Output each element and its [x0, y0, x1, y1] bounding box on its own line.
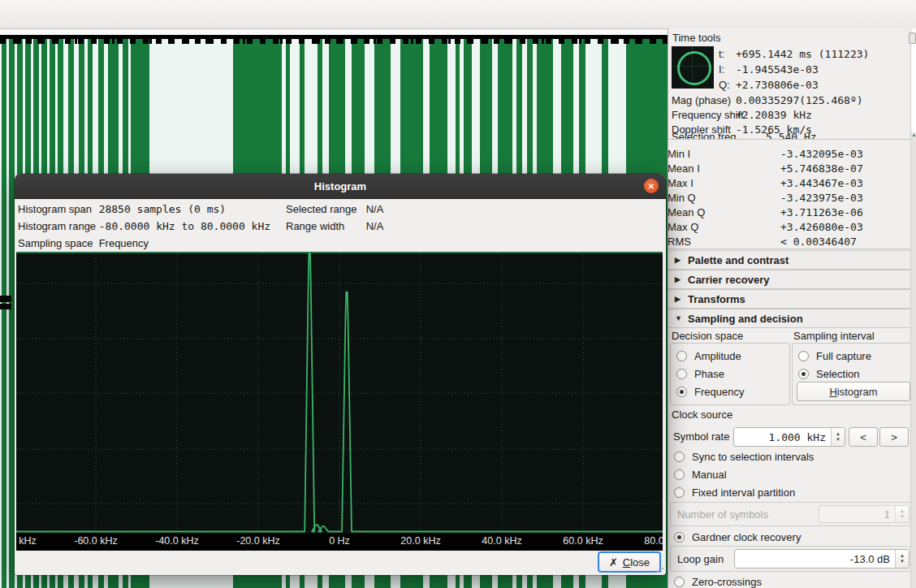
resize-grip[interactable] [656, 565, 664, 573]
panel-scrollbar[interactable]: ▲ [910, 28, 916, 588]
stat-value: +3.711263e-06 [780, 206, 863, 218]
histogram-span-row: Histogram span 28850 samples (0 ms) [18, 203, 226, 215]
marker-bar [0, 296, 11, 302]
section-label: Transforms [688, 293, 745, 305]
dialog-titlebar[interactable]: Histogram ✕ [15, 174, 666, 199]
histogram-info: Histogram span 28850 samples (0 ms) Hist… [15, 198, 666, 252]
axis-tick-label: 60.0 kHz [563, 535, 603, 547]
radio-label: Phase [694, 368, 724, 380]
close-icon: ✕ [648, 182, 655, 191]
histogram-range-label: Histogram range [18, 220, 96, 232]
histogram-plot[interactable] [16, 252, 663, 534]
spinner-arrows[interactable]: ▲▼ [831, 428, 845, 446]
axis-tick-label: 0 Hz [329, 535, 350, 547]
section-transforms[interactable]: ▶ Transforms [668, 289, 916, 309]
spectrum-gap [0, 29, 668, 35]
histogram-dialog: Histogram ✕ Histogram span 28850 samples… [15, 174, 666, 575]
loop-gain-spinbox[interactable]: -13.0 dB ▲▼ [734, 549, 910, 569]
stat-row: Min I [670, 148, 690, 160]
axis-tick-label: -60.0 kHz [74, 535, 118, 547]
spinner-down-icon[interactable]: ▼ [900, 559, 905, 564]
radio-checked-icon [676, 387, 687, 397]
histogram-button[interactable]: Histogram [797, 382, 910, 401]
frequency-shift-value: +2.20839 kHz [736, 109, 812, 121]
stat-value: +3.426080e-03 [780, 221, 863, 233]
histogram-chart [16, 252, 663, 534]
scrollbar-track[interactable] [911, 28, 916, 132]
histogram-x-axis: -80.0 kHz-60.0 kHz-40.0 kHz-20.0 kHz0 Hz… [16, 534, 663, 551]
marker-bar [0, 304, 11, 309]
sampling-space-label: Sampling space [18, 237, 96, 249]
radio-phase[interactable]: Phase [676, 367, 724, 380]
axis-tick-label: -20.0 kHz [236, 535, 280, 547]
mag-phase-label: Mag (phase) [672, 94, 731, 106]
radio-manual[interactable]: Manual [674, 468, 727, 481]
radio-icon [674, 452, 685, 462]
t-label: t: [719, 48, 724, 60]
dialog-footer: ✗ Close [15, 551, 666, 575]
spinner-arrows: ▲▼ [895, 506, 909, 522]
radio-selection[interactable]: Selection [798, 367, 859, 380]
number-of-symbols-spinbox: 1 ▲▼ [819, 505, 910, 523]
frequency-shift-label: Frequency shift [672, 109, 744, 121]
stat-label: Max Q [668, 221, 698, 233]
x-icon: ✗ [609, 556, 618, 569]
radio-fixed-interval[interactable]: Fixed interval partition [674, 486, 795, 499]
axis-tick-label: 80.0 kHz [644, 535, 663, 547]
radio-label: Sync to selection intervals [692, 451, 814, 463]
stat-row: Mean I [670, 162, 700, 175]
range-width-label: Range width [286, 220, 363, 232]
stat-row: Mean Q [670, 206, 705, 218]
stat-label: RMS [668, 236, 691, 248]
number-of-symbols-value: 1 [819, 508, 895, 521]
symbol-rate-spinbox[interactable]: 1.000 kHz ▲▼ [733, 427, 845, 447]
section-carrier-recovery[interactable]: ▶ Carrier recovery [668, 270, 916, 289]
close-button[interactable]: ✗ Close [598, 551, 661, 573]
t-value: +695.1442 ms (111223) [736, 48, 869, 60]
stat-label: Min I [668, 148, 690, 160]
stat-value: +3.443467e-03 [780, 177, 863, 189]
mag-phase-value: 0.00335297(125.468º) [736, 94, 863, 106]
chevron-right-icon: ▶ [675, 295, 688, 303]
range-width-value: N/A [366, 220, 384, 232]
i-value: -1.945543e-03 [736, 63, 819, 76]
radio-full-capture[interactable]: Full capture [798, 349, 871, 362]
close-button-label: Close [623, 556, 650, 569]
loop-gain-label: Loop gain [677, 553, 724, 565]
radio-icon [674, 487, 685, 498]
dialog-title: Histogram [314, 180, 366, 192]
radio-zero-crossings[interactable]: Zero-crossings [674, 575, 762, 588]
section-sampling-and-decision[interactable]: ▼ Sampling and decision [668, 309, 916, 328]
spinner-up-icon: ▲ [900, 508, 905, 514]
stat-label: Min Q [668, 192, 696, 204]
axis-tick-label: -40.0 kHz [155, 535, 199, 547]
spinner-down-icon: ▼ [900, 514, 905, 520]
radio-checked-icon [798, 369, 809, 379]
constellation-icon [672, 46, 714, 89]
scroll-up-icon[interactable]: ▲ [911, 132, 916, 137]
section-palette-and-contrast[interactable]: ▶ Palette and contrast [668, 250, 916, 270]
spinner-arrows[interactable]: ▲▼ [895, 550, 909, 568]
stat-value: -3.423975e-03 [780, 192, 863, 204]
frequency-marker[interactable] [0, 296, 11, 309]
radio-gardner[interactable]: Gardner clock recovery [674, 530, 801, 543]
i-label: I: [719, 63, 724, 76]
histogram-span-label: Histogram span [18, 203, 96, 215]
section-label: Palette and contrast [688, 254, 789, 266]
stat-value: +5.746838e-07 [780, 162, 863, 175]
step-down-button[interactable]: < [849, 427, 878, 447]
axis-tick-label: 40.0 kHz [482, 535, 521, 547]
clock-source-label: Clock source [672, 409, 732, 421]
stat-row: RMS [670, 236, 691, 248]
radio-sync-to-selection[interactable]: Sync to selection intervals [674, 450, 814, 463]
step-up-button[interactable]: > [879, 427, 909, 447]
spinner-down-icon[interactable]: ▼ [836, 437, 840, 443]
spinner-up-icon[interactable]: ▲ [900, 553, 905, 559]
radio-frequency[interactable]: Frequency [676, 385, 744, 398]
radio-amplitude[interactable]: Amplitude [676, 349, 741, 362]
spinner-up-icon[interactable]: ▲ [836, 431, 840, 437]
stat-label: Mean I [668, 162, 700, 175]
window-close-button[interactable]: ✕ [644, 179, 659, 193]
histogram-range-value: -80.0000 kHz to 80.0000 kHz [99, 220, 270, 232]
stat-row: Max I [670, 177, 693, 189]
